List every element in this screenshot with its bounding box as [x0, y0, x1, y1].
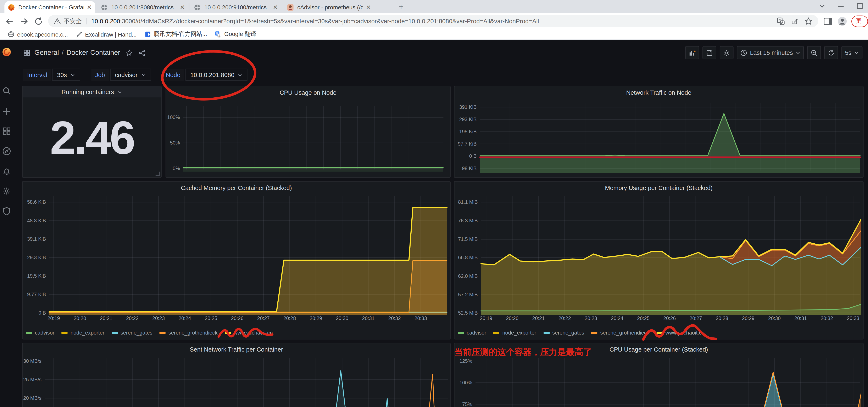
refresh-button[interactable] — [825, 46, 838, 59]
save-dashboard-button[interactable] — [702, 46, 716, 59]
dashboard-settings-button[interactable] — [719, 46, 733, 59]
address-bar[interactable]: 不安全 10.0.0.200:3000/d/4dMaCsRZz/docker-c… — [48, 15, 818, 27]
breadcrumb[interactable]: General / Docker Container — [23, 49, 146, 57]
svg-text:20:19: 20:19 — [480, 315, 492, 321]
security-label[interactable]: 不安全 — [64, 17, 82, 25]
dashboards-icon[interactable] — [2, 127, 11, 136]
svg-text:20:28: 20:28 — [283, 315, 296, 321]
translate-icon[interactable] — [777, 17, 785, 25]
legend-item-node_exporter[interactable]: node_exporter — [62, 329, 104, 336]
globe-icon — [8, 31, 14, 37]
clock-icon — [740, 49, 747, 56]
zoom-out-button[interactable] — [807, 46, 821, 59]
legend-item-serene_gates[interactable]: serene_gates — [112, 329, 152, 336]
tab-metrics-200[interactable]: 10.0.0.200:9100/metrics ✕ — [190, 1, 281, 13]
svg-text:20:21: 20:21 — [100, 315, 113, 321]
favorite-star-icon[interactable] — [126, 49, 133, 56]
create-plus-icon[interactable] — [2, 107, 11, 116]
tab-search-chevron-icon[interactable] — [818, 2, 826, 10]
svg-text:20:21: 20:21 — [532, 315, 545, 321]
panel-title-button[interactable]: CPU Usage per Container (Stacked) — [455, 346, 863, 353]
bookmark-star-icon[interactable] — [805, 17, 813, 25]
tab-close-icon[interactable]: ✕ — [366, 4, 371, 10]
panel-cpu-usage-node: CPU Usage on Node 0%50%100% — [165, 86, 451, 178]
variable-label-interval: Interval — [23, 69, 51, 81]
side-panel-icon[interactable] — [823, 17, 833, 26]
explore-compass-icon[interactable] — [2, 147, 11, 156]
legend-swatch — [62, 331, 68, 334]
bookmark-google-translate[interactable]: G文 Google 翻译 — [215, 30, 256, 38]
svg-text:20:28: 20:28 — [716, 315, 728, 321]
time-range-picker[interactable]: Last 15 minutes — [737, 46, 804, 59]
search-icon[interactable] — [2, 86, 11, 95]
tab-cadvisor-doc[interactable]: cAdvisor - prometheus (/dock... ✕ — [283, 1, 391, 13]
server-admin-shield-icon[interactable] — [2, 207, 11, 215]
legend-item-serene_gates[interactable]: serene_gates — [543, 329, 584, 336]
svg-text:100%: 100% — [167, 114, 180, 120]
breadcrumb-dashboard-title[interactable]: Docker Container — [66, 49, 120, 57]
reload-button[interactable] — [34, 17, 43, 26]
breadcrumb-separator: / — [62, 49, 63, 57]
panel-title-button[interactable]: Cached Memory per Container (Stacked) — [23, 184, 450, 191]
address-divider — [86, 18, 87, 24]
legend-item-www.yuchaoit.cn[interactable]: www.yuchaoit.cn — [225, 329, 273, 336]
svg-text:20:27: 20:27 — [690, 315, 702, 321]
grafana-app: General / Docker Container Last 15 minut… — [0, 40, 868, 407]
svg-text:20:32: 20:32 — [389, 315, 401, 321]
back-button[interactable] — [5, 17, 14, 26]
legend-item-www.yuchaoit.cn[interactable]: www.yuchaoit.cn — [657, 329, 705, 336]
window-minimize-button[interactable] — [837, 2, 845, 10]
legend-item-serene_grothendieck[interactable]: serene_grothendieck — [159, 329, 217, 336]
window-maximize-button[interactable] — [856, 2, 863, 10]
panel-title-button[interactable]: Sent Network Traffic per Container — [23, 346, 450, 353]
chrome-update-badge[interactable]: 更 — [851, 15, 868, 27]
add-panel-icon — [688, 49, 696, 56]
variable-select-job[interactable]: cadvisor — [110, 69, 151, 81]
svg-text:20:33: 20:33 — [847, 315, 859, 321]
svg-text:76.3 MiB: 76.3 MiB — [458, 218, 478, 224]
share-icon[interactable] — [790, 17, 799, 25]
grafana-logo[interactable] — [2, 48, 11, 57]
variable-select-interval[interactable]: 30s — [52, 69, 80, 81]
refresh-interval-select[interactable]: 5s — [842, 46, 862, 59]
tab-close-icon[interactable]: ✕ — [87, 4, 92, 10]
svg-text:20:25: 20:25 — [637, 315, 650, 321]
legend-item-node_exporter[interactable]: node_exporter — [494, 329, 536, 336]
panel-title-button[interactable]: Running containers — [23, 86, 161, 97]
panel-resize-handle[interactable] — [156, 172, 160, 176]
legend-item-cadvisor[interactable]: cadvisor — [458, 329, 486, 336]
panel-title-button[interactable]: Memory Usage per Container (Stacked) — [455, 184, 863, 191]
bookmark-tencent-docs[interactable]: 腾讯文档-官方网站... — [145, 30, 207, 38]
tab-close-icon[interactable]: ✕ — [273, 4, 278, 10]
tab-metrics-201[interactable]: 10.0.0.201:8080/metrics ✕ — [97, 1, 188, 13]
chevron-down-icon — [117, 89, 122, 94]
legend-swatch — [494, 331, 500, 334]
svg-text:20 MB/s: 20 MB/s — [23, 395, 41, 401]
svg-text:20:27: 20:27 — [257, 315, 270, 321]
tab-close-icon[interactable]: ✕ — [180, 4, 185, 10]
panel-title-button[interactable]: CPU Usage on Node — [166, 89, 450, 96]
legend-item-cadvisor[interactable]: cadvisor — [26, 329, 54, 336]
tab-grafana[interactable]: Docker Container - Grafana ✕ — [4, 1, 95, 13]
forward-button[interactable] — [19, 17, 29, 26]
new-tab-button[interactable]: + — [397, 2, 406, 11]
svg-text:0 B: 0 B — [38, 310, 46, 316]
svg-text:20:25: 20:25 — [205, 315, 217, 321]
svg-text:20:26: 20:26 — [663, 315, 676, 321]
add-panel-button[interactable] — [685, 46, 699, 59]
share-dashboard-icon[interactable] — [138, 49, 146, 56]
variable-select-node[interactable]: 10.0.0.201:8080 — [185, 69, 248, 81]
configuration-gear-icon[interactable] — [2, 187, 11, 196]
svg-text:0%: 0% — [173, 166, 180, 171]
svg-text:20:29: 20:29 — [742, 315, 754, 321]
alerting-bell-icon[interactable] — [2, 167, 11, 176]
panel-title-button[interactable]: Network Traffic on Node — [455, 89, 863, 96]
breadcrumb-folder[interactable]: General — [34, 49, 59, 57]
bookmark-excalidraw[interactable]: Excalidraw | Hand... — [76, 31, 137, 37]
bookmark-ebook[interactable]: ebook.apecome.c... — [8, 31, 68, 37]
legend-item-serene_grothendieck[interactable]: serene_grothendieck — [591, 329, 649, 336]
svg-text:100%: 100% — [460, 380, 472, 385]
url-text[interactable]: 10.0.0.200:3000/d/4dMaCsRZz/docker-conta… — [91, 18, 771, 24]
svg-text:39.1 KiB: 39.1 KiB — [27, 236, 46, 242]
profile-avatar[interactable] — [838, 17, 847, 26]
